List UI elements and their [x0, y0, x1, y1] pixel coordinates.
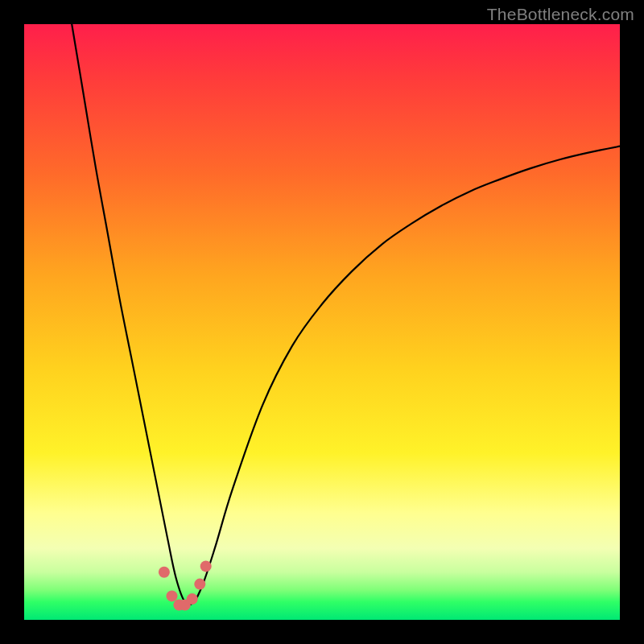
plot-area: [24, 24, 620, 620]
bottleneck-curve: [72, 24, 620, 605]
chart-frame: TheBottleneck.com: [0, 0, 644, 644]
trough-marker: [159, 567, 170, 578]
trough-marker: [187, 593, 198, 605]
trough-marker: [167, 590, 178, 601]
trough-marker: [200, 560, 212, 572]
trough-marker: [194, 579, 205, 590]
chart-svg: [24, 24, 620, 620]
trough-markers-group: [159, 560, 212, 610]
watermark-text: TheBottleneck.com: [487, 5, 634, 24]
